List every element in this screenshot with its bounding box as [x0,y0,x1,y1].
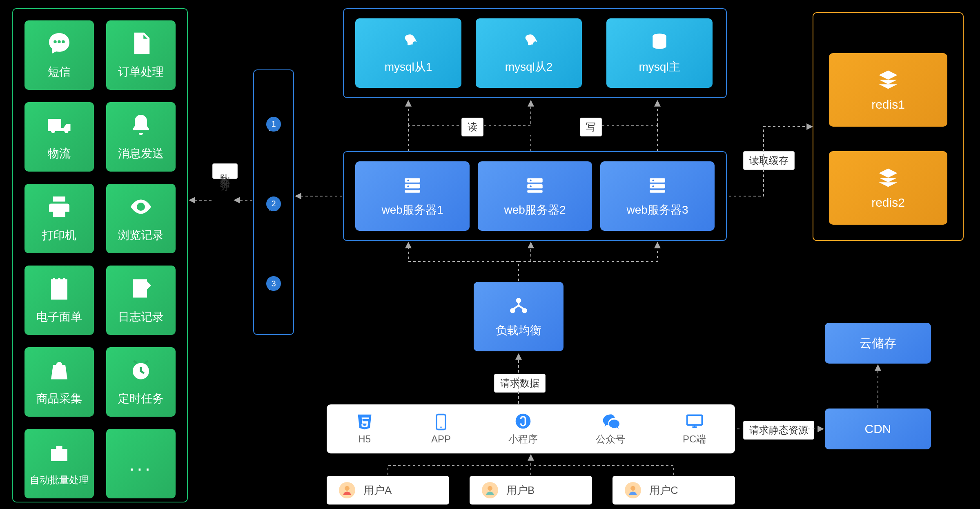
mysql-master: mysql主 [606,18,713,88]
svg-rect-2 [405,178,420,182]
svg-point-5 [408,179,409,181]
tile-label: web服务器2 [504,202,566,218]
database-icon [398,32,419,55]
tile-label: 订单处理 [118,64,164,80]
svg-rect-23 [687,415,702,425]
svg-point-16 [653,185,654,187]
service-log: 日志记录 [106,266,176,335]
queue-num: 1 [266,117,281,132]
clock-icon [129,358,153,385]
note-icon [47,276,71,304]
cache-label: 读取缓存 [743,151,795,170]
avatar-icon [482,482,498,498]
svg-point-24 [345,486,350,491]
server-icon [647,175,668,198]
service-product: 商品采集 [24,347,94,417]
service-browse: 浏览记录 [106,184,176,253]
bag-icon [47,358,71,385]
client-label: 小程序 [508,433,538,446]
svg-rect-4 [405,190,420,192]
chat-icon [47,31,71,58]
tile-label: 电子面单 [36,309,82,325]
tile-label: 日志记录 [118,309,164,325]
tile-label: 负载均衡 [496,323,541,338]
avatar-icon [339,482,355,498]
svg-point-10 [530,179,532,181]
queue-2: 队列2 [261,193,286,211]
user-a: 用户A [327,476,449,505]
tile-label: mysql从2 [505,59,553,75]
service-waybill: 电子面单 [24,266,94,335]
cloud-storage: 云储存 [825,323,931,364]
tile-label: web服务器3 [627,202,688,218]
cdn: CDN [825,409,931,449]
client-label: APP [431,433,451,445]
redis-1: redis1 [829,53,947,127]
write-label: 写 [580,118,602,136]
web-server-1: web服务器1 [355,161,470,231]
web-server-3: web服务器3 [600,161,715,231]
service-cron: 定时任务 [106,347,176,417]
tile-label: 打印机 [42,228,76,243]
tile-label: 物流 [48,146,71,161]
layers-icon [877,167,899,192]
request-data-label: 请求数据 [494,374,546,393]
web-server-2: web服务器2 [478,161,592,231]
client-pc: PC端 [683,412,706,446]
user-label: 用户B [506,483,535,498]
mysql-slave-2: mysql从2 [476,18,582,88]
queue-panel: 队列1 队列2 队列3 [253,69,294,335]
client-label: 公众号 [596,433,625,446]
user-c: 用户C [612,476,735,505]
svg-point-25 [488,486,492,491]
svg-rect-7 [527,178,543,182]
tile-label: 定时任务 [118,391,164,406]
svg-point-26 [630,486,635,491]
static-resource-label: 请求静态资源 [743,421,814,440]
service-more: ... [106,429,176,498]
tile-label: 云储存 [860,335,896,352]
database-icon [649,32,670,55]
svg-rect-13 [650,184,665,188]
service-logistics: 物流 [24,102,94,172]
svg-rect-9 [527,190,543,192]
kit-icon [47,441,71,468]
layers-icon [877,69,899,94]
dots-icon: ... [129,453,153,475]
bell-icon [129,113,153,140]
wechat-icon [601,412,619,430]
printer-icon [47,194,71,222]
mysql-slave-1: mysql从1 [355,18,461,88]
mobile-icon [432,413,450,431]
tile-label: 消息发送 [118,146,164,161]
tile-label: web服务器1 [382,202,443,218]
client-miniapp: 小程序 [508,412,538,446]
truck-icon [47,113,71,140]
client-wechat: 公众号 [596,412,625,446]
service-message: 消息发送 [106,102,176,172]
queue-3: 队列3 [261,273,286,291]
user-label: 用户A [363,483,392,498]
svg-point-17 [516,298,521,303]
log-icon [129,276,153,304]
balance-icon [508,295,529,319]
tile-label: 浏览记录 [118,228,164,243]
server-icon [402,175,423,198]
client-panel: H5 APP 小程序 公众号 PC端 [327,404,735,453]
tile-label: 自动批量处理 [30,473,89,487]
tile-label: mysql从1 [385,59,432,75]
tile-label: 短信 [48,64,71,80]
tile-label: CDN [865,422,891,436]
service-sms: 短信 [24,20,94,90]
read-label: 读 [461,118,483,136]
server-icon [525,175,545,198]
user-label: 用户C [649,483,678,498]
svg-rect-3 [405,184,420,188]
svg-point-6 [408,185,409,187]
user-b: 用户B [470,476,592,505]
svg-rect-12 [650,178,665,182]
svg-rect-14 [650,190,665,192]
miniapp-icon [514,412,532,430]
avatar-icon [625,482,641,498]
svg-point-11 [530,185,532,187]
